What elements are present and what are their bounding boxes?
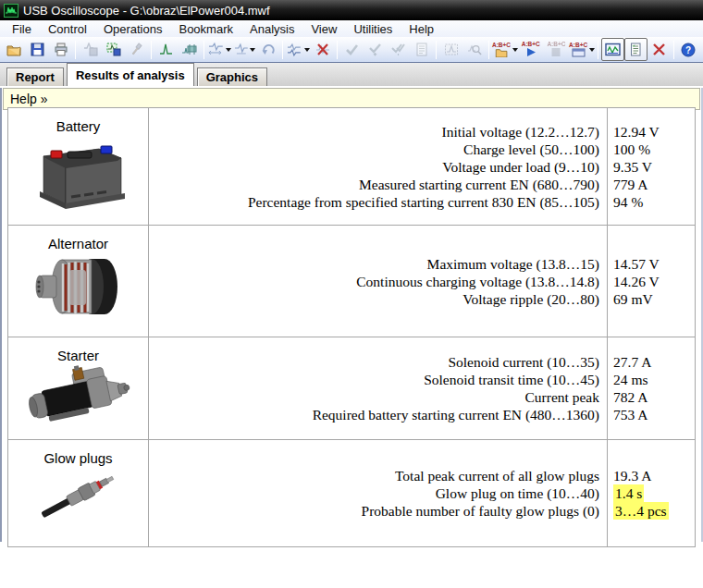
menu-control[interactable]: Control <box>40 21 95 37</box>
param-label: Solenoid current (10…35) <box>448 353 599 371</box>
starter-parameters: Solenoid current (10…35) Solenoid transi… <box>149 337 608 439</box>
single-pulse-button[interactable] <box>154 38 178 61</box>
fit-graph-button[interactable] <box>439 38 462 61</box>
menu-view[interactable]: View <box>302 21 345 37</box>
horizontal-scale-button[interactable] <box>207 38 232 61</box>
help-link[interactable]: Help » <box>10 92 47 106</box>
glow-plug-values: 19.3 A 1.4 s 3…4 pcs <box>608 440 695 546</box>
section-starter: Starter <box>8 337 695 440</box>
pulse-icon <box>159 43 173 56</box>
view-graphics-button[interactable] <box>601 38 624 61</box>
starter-image <box>24 365 133 432</box>
script-window-button[interactable]: A:B+C <box>569 38 595 61</box>
open-file-button[interactable] <box>3 38 26 61</box>
save-waveform-icon <box>83 43 98 56</box>
param-value: 27.7 A <box>613 353 651 371</box>
alternator-image <box>31 253 127 322</box>
param-value-highlighted: 3…4 pcs <box>613 502 669 520</box>
section-title: Glow plugs <box>43 450 112 466</box>
title-bar: USB Oscilloscope - G:\obraz\ElPower004.m… <box>0 0 703 20</box>
param-label: Measured starting current EN (680…790) <box>359 176 599 193</box>
build-report-button[interactable] <box>125 38 148 61</box>
param-value: 69 mV <box>613 290 653 308</box>
print-button[interactable] <box>49 38 72 61</box>
param-label: Initial voltage (12.2…12.7) <box>442 123 599 141</box>
menu-help[interactable]: Help <box>401 21 442 37</box>
script-run-button[interactable]: A:B+C <box>518 38 544 61</box>
battery-values: 12.94 V 100 % 9.35 V 779 A 94 % <box>608 108 695 225</box>
glow-plug-image <box>31 468 127 525</box>
help-button[interactable]: ? <box>677 38 700 61</box>
accept-next-button[interactable] <box>364 38 387 61</box>
tab-report[interactable]: Report <box>6 67 64 86</box>
param-value: 779 A <box>613 176 648 193</box>
vertical-scale-button[interactable] <box>232 38 257 61</box>
param-value: 753 A <box>613 406 648 423</box>
param-label: Voltage under load (9…10) <box>442 158 599 176</box>
window-title: USB Oscilloscope - G:\obraz\ElPower004.m… <box>23 4 270 18</box>
toolbar-separator <box>436 41 437 59</box>
window-icon <box>572 48 586 57</box>
script-stop-button[interactable]: A:B+C <box>544 38 570 61</box>
param-label: Maximum voltage (13.8…15) <box>427 255 599 273</box>
printer-icon <box>54 43 68 56</box>
accept-button[interactable] <box>340 38 364 61</box>
horizontal-scale-icon <box>208 43 224 56</box>
compare-waveforms-icon <box>287 43 302 56</box>
graphics-view-icon <box>605 43 621 56</box>
close-analysis-button[interactable] <box>648 38 671 61</box>
chevron-down-icon <box>304 48 310 52</box>
save-file-button[interactable] <box>26 38 49 61</box>
save-waveform-image-button[interactable] <box>79 38 102 61</box>
param-label: Probable number of faulty glow plugs (0) <box>362 502 599 520</box>
param-value: 782 A <box>613 388 648 406</box>
glow-plug-parameters: Total peak current of all glow plugs Glo… <box>149 440 608 546</box>
save-selection-icon <box>106 43 121 56</box>
param-label: Current peak <box>525 388 599 406</box>
param-label: Continuous charging voltage (13.8…14.8) <box>356 273 599 290</box>
oscilloscope-waveform-icon <box>4 4 18 18</box>
compare-waveforms-button[interactable] <box>286 38 311 61</box>
menu-operations[interactable]: Operations <box>95 21 171 37</box>
script-open-button[interactable]: A:B+C <box>492 38 518 61</box>
alternator-parameters: Maximum voltage (13.8…15) Continuous cha… <box>149 226 608 337</box>
menu-utilities[interactable]: Utilities <box>345 21 401 37</box>
param-value: 14.26 V <box>613 273 660 290</box>
red-x-icon <box>652 43 666 56</box>
battery-parameters: Initial voltage (12.2…12.7) Charge level… <box>149 108 608 225</box>
main-toolbar: A:B+C A:B+C A:B+C A:B+C ? <box>0 37 703 63</box>
starter-values: 27.7 A 24 ms 782 A 753 A <box>608 337 695 439</box>
play-icon <box>525 47 536 57</box>
param-value: 94 % <box>613 193 643 211</box>
open-folder-icon <box>6 43 22 56</box>
menu-analysis[interactable]: Analysis <box>241 21 302 37</box>
pulse-capture-button[interactable] <box>178 38 201 61</box>
graph-zoom-button[interactable] <box>462 38 486 61</box>
checkmark-down-all-icon <box>391 43 405 56</box>
section-battery: Battery Initial voltage (12.2…12.7) Char… <box>8 108 695 226</box>
menu-file[interactable]: File <box>4 21 40 37</box>
tab-graphics[interactable]: Graphics <box>197 67 267 86</box>
fit-graph-icon <box>444 43 459 56</box>
content-area: Help » Battery In <box>0 88 703 542</box>
save-selection-button[interactable] <box>102 38 125 61</box>
section-alternator: Alternator <box>8 226 695 337</box>
toolbar-separator <box>151 41 152 59</box>
tab-strip: Report Results of analysis Graphics <box>0 63 703 86</box>
menu-bar: File Control Operations Bookmark Analysi… <box>0 20 703 37</box>
undo-button[interactable] <box>256 38 279 61</box>
delete-waveform-icon <box>315 43 330 56</box>
chevron-down-icon <box>589 48 595 52</box>
delete-waveform-button[interactable] <box>311 38 334 61</box>
alternator-values: 14.57 V 14.26 V 69 mV <box>608 226 695 337</box>
accept-all-button[interactable] <box>387 38 410 61</box>
view-report-button[interactable] <box>624 38 648 61</box>
analysis-report-button[interactable] <box>410 38 433 61</box>
toolbar-separator <box>488 41 489 59</box>
section-title: Alternator <box>48 236 108 251</box>
battery-cell: Battery <box>8 108 149 225</box>
tab-results-of-analysis[interactable]: Results of analysis <box>67 63 194 86</box>
menu-bookmark[interactable]: Bookmark <box>170 21 241 37</box>
alternator-cell: Alternator <box>8 226 149 337</box>
toolbar-separator <box>204 41 204 59</box>
